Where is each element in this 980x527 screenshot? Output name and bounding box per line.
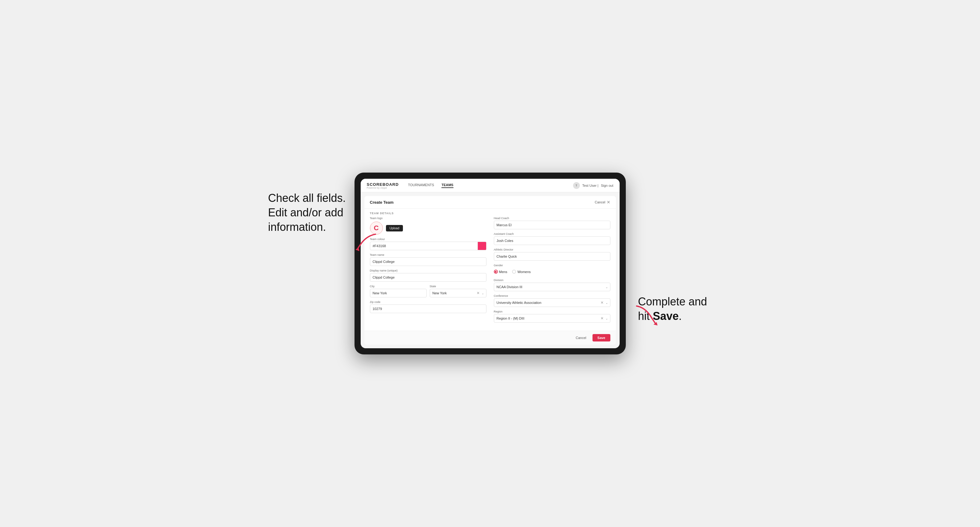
zip-input[interactable] [370, 305, 487, 313]
team-colour-label: Team colour [370, 238, 487, 241]
mens-label: Mens [499, 270, 508, 274]
nav-links: TOURNAMENTS TEAMS [408, 183, 573, 188]
arrow-left-icon [351, 233, 379, 252]
division-select[interactable]: NCAA Division III [494, 283, 610, 291]
gender-row: Mens Womens [494, 268, 610, 276]
gender-mens-option[interactable]: Mens [494, 270, 508, 274]
region-select-wrapper: Region II - (M) DIII ✕ ⌄ [494, 314, 610, 323]
nav-bar: SCOREBOARD Powered by clippd TOURNAMENTS… [361, 179, 620, 192]
conference-label: Conference [494, 294, 610, 297]
nav-tournaments[interactable]: TOURNAMENTS [408, 183, 434, 188]
gender-field: Gender Mens Womens [494, 264, 610, 276]
display-name-input[interactable] [370, 273, 487, 282]
state-select-wrapper: New York ✕ ⌄ [430, 289, 487, 297]
conference-select-wrapper: University Athletic Association ✕ ⌄ [494, 298, 610, 307]
logo-main: SCOREBOARD [367, 182, 399, 187]
user-label: Test User | [582, 184, 598, 187]
conference-select[interactable]: University Athletic Association [494, 298, 610, 307]
form-title: Create Team [370, 200, 394, 205]
head-coach-label: Head Coach [494, 217, 610, 220]
signout-link[interactable]: Sign out [601, 184, 613, 187]
city-input[interactable] [370, 289, 426, 297]
state-clear-icon[interactable]: ✕ [477, 291, 480, 295]
zip-label: Zip code [370, 300, 487, 303]
team-name-field: Team name [370, 253, 487, 266]
region-clear-icon[interactable]: ✕ [600, 316, 604, 321]
upload-button[interactable]: Upload [386, 225, 403, 232]
city-label: City [370, 285, 426, 288]
logo-row: C Upload [370, 222, 487, 235]
city-field: City [370, 285, 426, 297]
assistant-coach-field: Assistant Coach [494, 232, 610, 245]
form-left-column: Team logo C Upload Team colour [370, 217, 487, 326]
conference-field: Conference University Athletic Associati… [494, 294, 610, 307]
colour-swatch[interactable] [478, 241, 487, 250]
colour-row [370, 241, 487, 250]
region-label: Region [494, 310, 610, 313]
cancel-label: Cancel [595, 200, 605, 204]
gender-label: Gender [494, 264, 610, 267]
division-select-wrapper: NCAA Division III ⌄ [494, 283, 610, 291]
form-header: Create Team Cancel ✕ [364, 196, 616, 209]
nav-teams[interactable]: TEAMS [441, 183, 453, 188]
team-colour-input[interactable] [370, 241, 478, 250]
tablet-frame: SCOREBOARD Powered by clippd TOURNAMENTS… [355, 173, 626, 354]
team-logo-area: Team logo C Upload [370, 217, 487, 235]
avatar: T [573, 182, 580, 189]
head-coach-field: Head Coach [494, 217, 610, 229]
display-name-field: Display name (unique) [370, 269, 487, 282]
arrow-right-icon [633, 305, 661, 327]
display-name-label: Display name (unique) [370, 269, 487, 272]
header-cancel[interactable]: Cancel ✕ [595, 200, 610, 205]
team-colour-field: Team colour [370, 238, 487, 250]
division-field: Division NCAA Division III ⌄ [494, 279, 610, 291]
head-coach-input[interactable] [494, 221, 610, 229]
section-label: TEAM DETAILS [364, 209, 616, 217]
region-select[interactable]: Region II - (M) DIII [494, 314, 610, 323]
instruction-left: Check all fields. Edit and/or add inform… [268, 191, 355, 234]
create-team-form: Create Team Cancel ✕ TEAM DETAILS Team l… [364, 196, 616, 344]
save-button[interactable]: Save [592, 334, 610, 341]
city-state-row: City State New York ✕ ⌄ [370, 285, 487, 297]
assistant-coach-label: Assistant Coach [494, 232, 610, 235]
mens-radio-dot[interactable] [494, 270, 498, 274]
conference-clear-icon[interactable]: ✕ [600, 300, 604, 305]
state-label: State [430, 285, 487, 288]
assistant-coach-input[interactable] [494, 237, 610, 245]
athletic-director-input[interactable] [494, 252, 610, 261]
logo-sub: Powered by clippd [367, 187, 399, 189]
tablet-screen: SCOREBOARD Powered by clippd TOURNAMENTS… [361, 179, 620, 348]
womens-label: Womens [517, 270, 531, 274]
team-name-label: Team name [370, 253, 487, 256]
region-field: Region Region II - (M) DIII ✕ ⌄ [494, 310, 610, 323]
app-logo: SCOREBOARD Powered by clippd [367, 182, 399, 189]
athletic-director-field: Athletic Director [494, 248, 610, 261]
page-wrapper: Check all fields. Edit and/or add inform… [274, 173, 706, 354]
gender-womens-option[interactable]: Womens [512, 270, 531, 274]
close-icon[interactable]: ✕ [607, 200, 610, 205]
zip-field: Zip code [370, 300, 487, 313]
team-logo-label: Team logo [370, 217, 487, 220]
form-footer: Cancel Save [364, 331, 616, 344]
athletic-director-label: Athletic Director [494, 248, 610, 251]
cancel-button[interactable]: Cancel [573, 334, 589, 341]
form-body: Team logo C Upload Team colour [364, 217, 616, 331]
division-label: Division [494, 279, 610, 282]
form-right-column: Head Coach Assistant Coach Athletic Dire… [494, 217, 610, 326]
state-field: State New York ✕ ⌄ [430, 285, 487, 297]
womens-radio-dot[interactable] [512, 270, 516, 274]
team-name-input[interactable] [370, 257, 487, 266]
nav-right: T Test User | Sign out [573, 182, 614, 189]
